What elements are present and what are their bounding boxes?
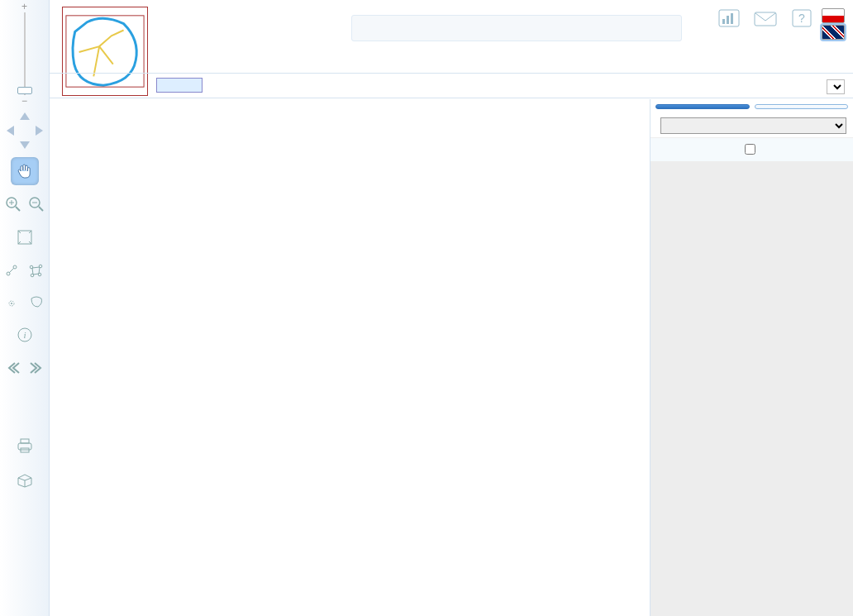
svg-rect-27 <box>18 443 31 450</box>
help-icon: ? <box>789 8 815 28</box>
zoom-to <box>827 79 845 94</box>
minimap[interactable] <box>62 7 148 96</box>
profile-select[interactable] <box>660 117 846 134</box>
svg-rect-3 <box>727 16 729 24</box>
profile-row <box>650 114 853 138</box>
title-block <box>351 15 682 46</box>
pan-hand-button[interactable] <box>11 157 39 185</box>
svg-rect-2 <box>722 19 725 24</box>
zoom-out-icon[interactable]: − <box>20 98 30 106</box>
mail-icon <box>752 8 779 28</box>
pan-dpad <box>7 112 43 149</box>
zoom-slider[interactable]: + − <box>17 8 33 99</box>
panel-tabs <box>650 99 853 114</box>
wu-button[interactable] <box>11 387 39 415</box>
layers-list <box>650 161 853 616</box>
svg-point-24 <box>11 303 12 304</box>
svg-rect-4 <box>731 13 733 24</box>
pan-up-button[interactable] <box>20 112 30 120</box>
zoom-to-select[interactable] <box>827 79 845 94</box>
tab-routes[interactable] <box>755 104 849 109</box>
measure-area-button[interactable] <box>26 258 47 283</box>
zoom-in-icon[interactable]: + <box>20 3 30 12</box>
fullextent-button[interactable] <box>11 223 39 251</box>
scale-input[interactable] <box>156 78 203 93</box>
header-tools: ? <box>712 8 845 40</box>
left-toolbar: + − i <box>0 0 50 616</box>
help-button[interactable]: ? <box>785 8 818 30</box>
pan-right-button[interactable] <box>36 126 43 136</box>
legend-checkbox[interactable] <box>745 144 755 155</box>
stat-button[interactable] <box>712 8 746 30</box>
scale-bar <box>153 78 222 93</box>
next-extent-button[interactable] <box>26 356 47 380</box>
legend-toggle-row <box>650 138 853 161</box>
divider <box>50 73 853 74</box>
select-area-button[interactable] <box>26 289 47 314</box>
right-panel <box>650 99 853 616</box>
package-button[interactable] <box>11 466 39 494</box>
svg-rect-5 <box>755 12 776 26</box>
pan-down-button[interactable] <box>20 141 30 149</box>
stats-icon <box>716 8 742 28</box>
svg-rect-28 <box>21 439 29 443</box>
select-point-button[interactable] <box>2 289 24 314</box>
svg-line-18 <box>9 268 14 273</box>
zoom-out-tool[interactable] <box>26 192 47 217</box>
info-tool[interactable]: i <box>11 321 39 349</box>
header: ? <box>0 0 853 74</box>
svg-line-9 <box>16 207 20 211</box>
tab-layers[interactable] <box>655 104 750 109</box>
divider <box>50 98 853 98</box>
svg-text:i: i <box>23 330 26 340</box>
measure-line-button[interactable] <box>2 258 24 283</box>
zoom-thumb[interactable] <box>17 87 32 94</box>
mail-button[interactable] <box>749 8 782 30</box>
flag-uk[interactable] <box>822 25 845 40</box>
language-flags <box>822 8 845 40</box>
page-title <box>351 15 682 41</box>
print-button[interactable] <box>11 432 39 460</box>
svg-rect-0 <box>66 16 144 87</box>
flag-pl[interactable] <box>822 8 845 23</box>
pan-left-button[interactable] <box>7 126 14 136</box>
zoom-in-tool[interactable] <box>2 192 24 217</box>
scale-apply-button[interactable] <box>206 78 222 93</box>
map-canvas[interactable] <box>50 99 650 616</box>
svg-line-13 <box>39 207 43 211</box>
prev-extent-button[interactable] <box>2 356 24 380</box>
svg-text:?: ? <box>798 12 805 25</box>
